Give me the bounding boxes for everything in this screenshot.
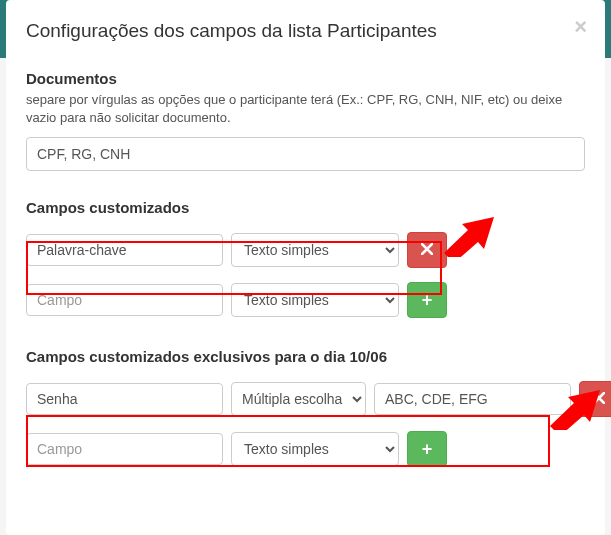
close-icon — [593, 392, 605, 407]
documents-hint: separe por vírgulas as opções que o part… — [26, 91, 585, 127]
remove-button[interactable] — [579, 381, 611, 417]
field-type-select[interactable]: Texto simples — [231, 283, 399, 317]
documents-input[interactable] — [26, 137, 585, 171]
add-button[interactable]: + — [407, 282, 447, 318]
field-name-input[interactable] — [26, 383, 223, 415]
modal-title: Configurações dos campos da lista Partic… — [26, 20, 585, 42]
plus-icon: + — [422, 290, 433, 311]
custom-field-row: Texto simples — [26, 228, 585, 272]
documents-title: Documentos — [26, 70, 585, 87]
close-icon — [421, 243, 433, 258]
custom-fields-title: Campos customizados — [26, 199, 585, 216]
add-button[interactable]: + — [407, 431, 447, 467]
exclusive-field-row: Múltipla escolha — [26, 377, 585, 421]
remove-button[interactable] — [407, 232, 447, 268]
field-type-select[interactable]: Texto simples — [231, 432, 399, 466]
field-type-select[interactable]: Múltipla escolha — [231, 382, 366, 416]
custom-field-row: Texto simples + — [26, 282, 585, 318]
field-options-input[interactable] — [374, 383, 571, 415]
close-button[interactable]: × — [574, 16, 587, 38]
field-name-input[interactable] — [26, 284, 223, 316]
exclusive-fields-title: Campos customizados exclusivos para o di… — [26, 348, 585, 365]
plus-icon: + — [422, 439, 433, 460]
config-modal: Configurações dos campos da lista Partic… — [6, 0, 605, 535]
exclusive-field-row: Texto simples + — [26, 431, 585, 467]
field-name-input[interactable] — [26, 234, 223, 266]
field-name-input[interactable] — [26, 433, 223, 465]
field-type-select[interactable]: Texto simples — [231, 233, 399, 267]
